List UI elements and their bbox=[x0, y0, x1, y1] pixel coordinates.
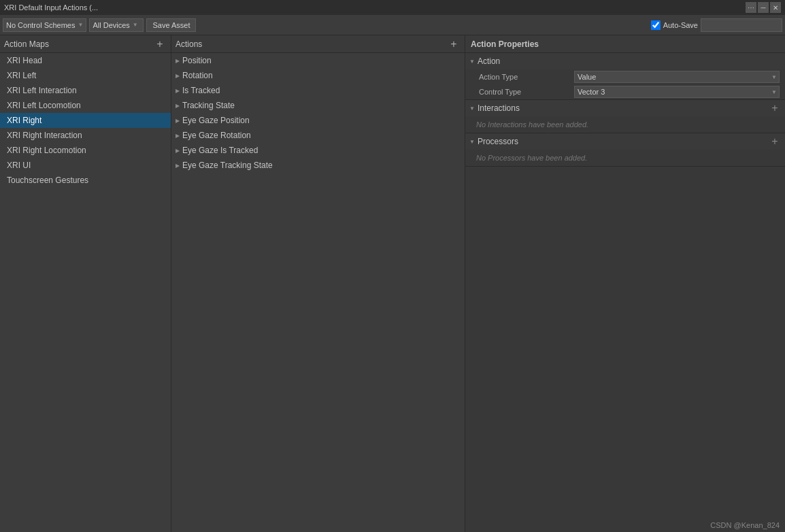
action-type-select-wrapper: ValueButtonPass Through bbox=[574, 71, 780, 83]
action-map-item[interactable]: XRI Left bbox=[0, 68, 171, 83]
action-item-expand-arrow: ▶ bbox=[176, 88, 180, 94]
control-type-select[interactable]: Vector 3Vector 2AxisDigitalAny bbox=[574, 86, 780, 98]
action-item-expand-arrow: ▶ bbox=[176, 73, 180, 79]
action-item-left: ▶Position bbox=[176, 56, 212, 65]
action-map-item[interactable]: XRI Left Locomotion bbox=[0, 98, 171, 113]
add-interaction-button[interactable]: + bbox=[769, 102, 781, 114]
chevron-down-icon: ▼ bbox=[133, 22, 138, 28]
action-item-expand-arrow: ▶ bbox=[176, 148, 180, 154]
action-map-item[interactable]: XRI Head bbox=[0, 53, 171, 68]
processors-empty-text: No Processors have been added. bbox=[465, 150, 785, 166]
action-section-arrow: ▼ bbox=[469, 59, 475, 65]
action-map-item[interactable]: XRI UI bbox=[0, 158, 171, 173]
action-map-item[interactable]: Touchscreen Gestures bbox=[0, 173, 171, 188]
interactions-section-title: ▼ Interactions bbox=[469, 103, 520, 113]
interactions-section-header[interactable]: ▼ Interactions + bbox=[465, 100, 785, 116]
action-item[interactable]: ▶Eye Gaze Is Tracked+ bbox=[171, 143, 465, 158]
properties-header: Action Properties bbox=[465, 35, 785, 53]
processors-arrow: ▼ bbox=[469, 139, 475, 145]
action-item[interactable]: ▶Eye Gaze Position+ bbox=[171, 113, 465, 128]
action-item-label: Rotation bbox=[182, 71, 213, 80]
action-section: ▼ Action Action Type ValueButtonPass Thr… bbox=[465, 53, 785, 100]
action-type-label: Action Type bbox=[479, 73, 574, 81]
action-maps-header: Action Maps + bbox=[0, 35, 171, 53]
action-item-label: Position bbox=[182, 56, 212, 65]
action-type-value: ValueButtonPass Through bbox=[574, 71, 780, 83]
action-item[interactable]: ▶Eye Gaze Rotation+ bbox=[171, 128, 465, 143]
action-item[interactable]: ▶Is Tracked+ bbox=[171, 83, 465, 98]
main-content: Action Maps + XRI HeadXRI LeftXRI Left I… bbox=[0, 35, 785, 532]
close-button[interactable]: ✕ bbox=[770, 2, 781, 13]
action-item-label: Eye Gaze Tracking State bbox=[182, 161, 273, 170]
action-map-item[interactable]: XRI Right Interaction bbox=[0, 128, 171, 143]
action-type-select[interactable]: ValueButtonPass Through bbox=[574, 71, 780, 83]
action-section-header[interactable]: ▼ Action bbox=[465, 53, 785, 69]
action-type-row: Action Type ValueButtonPass Through bbox=[465, 69, 785, 84]
interactions-section: ▼ Interactions + No Interactions have be… bbox=[465, 100, 785, 133]
action-item-left: ▶Rotation bbox=[176, 71, 213, 80]
toolbar: No Control Schemes ▼ All Devices ▼ Save … bbox=[0, 15, 785, 35]
save-asset-button[interactable]: Save Asset bbox=[146, 18, 196, 32]
title-bar: XRI Default Input Actions (... ⋯ ─ ✕ bbox=[0, 0, 785, 15]
minimize-button[interactable]: ─ bbox=[758, 2, 769, 13]
processors-section-header[interactable]: ▼ Processors + bbox=[465, 133, 785, 150]
action-item[interactable]: ▶Tracking State+ bbox=[171, 98, 465, 113]
action-map-item[interactable]: XRI Left Interaction bbox=[0, 83, 171, 98]
action-item[interactable]: ▶Position+ bbox=[171, 53, 465, 68]
interactions-empty-text: No Interactions have been added. bbox=[465, 116, 785, 133]
action-map-item[interactable]: XRI Right Locomotion bbox=[0, 143, 171, 158]
action-item-left: ▶Eye Gaze Is Tracked bbox=[176, 146, 258, 155]
control-schemes-dropdown[interactable]: No Control Schemes ▼ bbox=[3, 18, 86, 32]
control-type-label: Control Type bbox=[479, 88, 574, 96]
search-input[interactable] bbox=[701, 18, 782, 32]
action-item-label: Eye Gaze Position bbox=[182, 116, 250, 125]
action-section-title: ▼ Action bbox=[469, 56, 500, 66]
more-options-button[interactable]: ⋯ bbox=[746, 2, 756, 13]
action-item-label: Tracking State bbox=[182, 101, 235, 110]
control-type-row: Control Type Vector 3Vector 2AxisDigital… bbox=[465, 84, 785, 99]
action-properties-panel: Action Properties ▼ Action Action Type V… bbox=[465, 35, 785, 532]
autosave-section: Auto-Save bbox=[651, 20, 698, 30]
action-item-left: ▶Is Tracked bbox=[176, 86, 220, 95]
actions-panel: Actions + ▶Position+▶Rotation+▶Is Tracke… bbox=[171, 35, 465, 532]
watermark: CSDN @Kenan_824 bbox=[710, 521, 780, 529]
action-item-left: ▶Eye Gaze Tracking State bbox=[176, 161, 273, 170]
action-item-expand-arrow: ▶ bbox=[176, 58, 180, 64]
control-type-select-wrapper: Vector 3Vector 2AxisDigitalAny bbox=[574, 86, 780, 98]
autosave-checkbox[interactable] bbox=[651, 20, 661, 30]
autosave-label: Auto-Save bbox=[663, 21, 698, 29]
chevron-down-icon: ▼ bbox=[78, 22, 84, 28]
action-maps-title: Action Maps bbox=[4, 39, 49, 49]
properties-title: Action Properties bbox=[471, 39, 539, 49]
title-bar-left: XRI Default Input Actions (... bbox=[4, 3, 98, 12]
action-maps-panel: Action Maps + XRI HeadXRI LeftXRI Left I… bbox=[0, 35, 171, 532]
action-item[interactable]: ▶Eye Gaze Tracking State+ bbox=[171, 158, 465, 173]
action-item-label: Eye Gaze Is Tracked bbox=[182, 146, 258, 155]
action-item-left: ▶Eye Gaze Rotation bbox=[176, 131, 251, 140]
action-item-left: ▶Tracking State bbox=[176, 101, 235, 110]
add-action-map-button[interactable]: + bbox=[153, 37, 167, 51]
action-item[interactable]: ▶Rotation+ bbox=[171, 68, 465, 83]
processors-section: ▼ Processors + No Processors have been a… bbox=[465, 133, 785, 167]
action-item-left: ▶Eye Gaze Position bbox=[176, 116, 250, 125]
all-devices-dropdown[interactable]: All Devices ▼ bbox=[89, 18, 144, 32]
action-item-expand-arrow: ▶ bbox=[176, 103, 180, 109]
add-processor-button[interactable]: + bbox=[769, 135, 781, 148]
processors-section-title: ▼ Processors bbox=[469, 137, 518, 146]
interactions-arrow: ▼ bbox=[469, 105, 475, 112]
action-item-label: Is Tracked bbox=[182, 86, 220, 95]
add-action-button[interactable]: + bbox=[447, 37, 461, 51]
action-item-expand-arrow: ▶ bbox=[176, 163, 180, 169]
action-item-expand-arrow: ▶ bbox=[176, 118, 180, 124]
action-map-item[interactable]: XRI Right bbox=[0, 113, 171, 128]
action-item-label: Eye Gaze Rotation bbox=[182, 131, 251, 140]
action-item-expand-arrow: ▶ bbox=[176, 133, 180, 139]
control-type-value: Vector 3Vector 2AxisDigitalAny bbox=[574, 86, 780, 98]
title-bar-title: XRI Default Input Actions (... bbox=[4, 3, 98, 12]
actions-header: Actions + bbox=[171, 35, 465, 53]
title-bar-controls: ⋯ ─ ✕ bbox=[746, 2, 781, 13]
action-maps-list: XRI HeadXRI LeftXRI Left InteractionXRI … bbox=[0, 53, 171, 532]
actions-title: Actions bbox=[176, 39, 202, 49]
actions-list: ▶Position+▶Rotation+▶Is Tracked+▶Trackin… bbox=[171, 53, 465, 532]
